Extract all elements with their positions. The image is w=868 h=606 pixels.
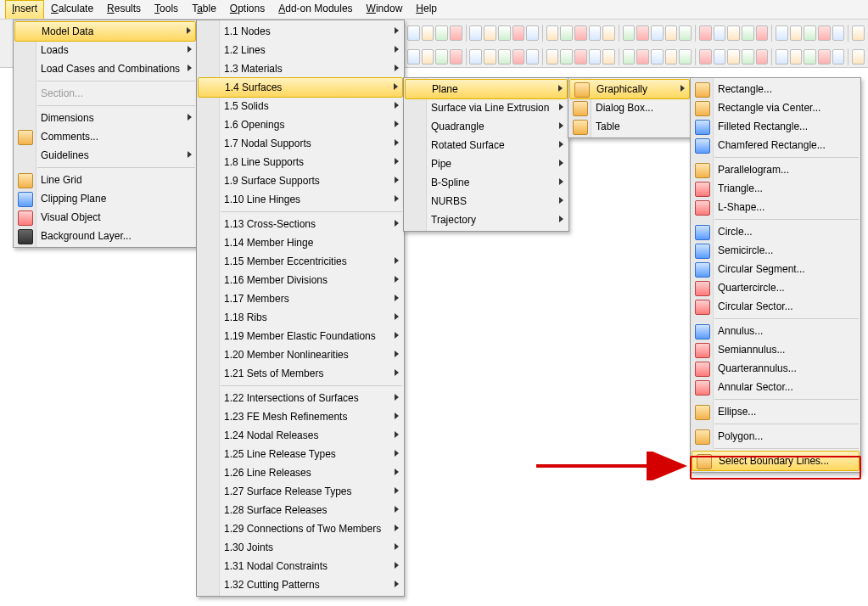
menu-item-rectangle-via-center[interactable]: Rectangle via Center...: [691, 98, 860, 117]
toolbar-button[interactable]: [484, 49, 496, 65]
menu-item-parallelogram[interactable]: Parallelogram...: [691, 160, 860, 179]
menu-item-1-32-cutting-patterns[interactable]: 1.32 Cutting Patterns: [197, 575, 404, 594]
toolbar-button[interactable]: [699, 25, 712, 41]
menu-item-circular-segment[interactable]: Circular Segment...: [691, 260, 860, 278]
menu-item-guidelines[interactable]: Guidelines: [14, 146, 197, 165]
toolbar-button[interactable]: [450, 49, 462, 65]
menu-item-1-28-surface-releases[interactable]: 1.28 Surface Releases: [197, 501, 404, 519]
toolbar-button[interactable]: [790, 49, 803, 65]
menu-item-1-22-intersections-of-surfaces[interactable]: 1.22 Intersections of Surfaces: [197, 389, 404, 407]
toolbar-button[interactable]: [679, 25, 692, 41]
menu-item-trajectory[interactable]: Trajectory: [404, 210, 568, 229]
menu-item-filleted-rectangle[interactable]: Filleted Rectangle...: [691, 117, 860, 136]
toolbar-button[interactable]: [651, 25, 664, 41]
menu-item-select-boundary-lines[interactable]: Select Boundary Lines...: [692, 451, 860, 471]
menu-item-annular-sector[interactable]: Annular Sector...: [691, 378, 860, 396]
toolbar-button[interactable]: [623, 49, 636, 65]
menu-item-visual-object[interactable]: Visual Object: [14, 208, 197, 227]
toolbar-button[interactable]: [602, 25, 615, 41]
menu-item-1-27-surface-release-types[interactable]: 1.27 Surface Release Types: [197, 482, 404, 501]
toolbar-button[interactable]: [574, 49, 587, 65]
menu-item-1-26-line-releases[interactable]: 1.26 Line Releases: [197, 463, 404, 482]
toolbar-button[interactable]: [435, 25, 448, 41]
toolbar-button[interactable]: [469, 49, 482, 65]
menu-item-1-10-line-hinges[interactable]: 1.10 Line Hinges: [197, 190, 404, 209]
toolbar-button[interactable]: [546, 25, 559, 41]
toolbar-button[interactable]: [422, 49, 434, 65]
menu-item-1-3-materials[interactable]: 1.3 Materials: [197, 59, 404, 78]
menu-item-1-24-nodal-releases[interactable]: 1.24 Nodal Releases: [197, 426, 404, 445]
menu-item-1-21-sets-of-members[interactable]: 1.21 Sets of Members: [197, 364, 404, 383]
toolbar-button[interactable]: [852, 49, 865, 65]
toolbar-button[interactable]: [714, 49, 726, 65]
toolbar-button[interactable]: [727, 25, 740, 41]
toolbar-button[interactable]: [484, 25, 496, 41]
menu-item-dimensions[interactable]: Dimensions: [14, 109, 197, 127]
toolbar-button[interactable]: [450, 25, 462, 41]
toolbar-button[interactable]: [512, 25, 525, 41]
menu-item-1-29-connections-of-two-members[interactable]: 1.29 Connections of Two Members: [197, 519, 404, 538]
menu-item-1-23-fe-mesh-refinements[interactable]: 1.23 FE Mesh Refinements: [197, 407, 404, 426]
menu-item-1-7-nodal-supports[interactable]: 1.7 Nodal Supports: [197, 134, 404, 153]
menu-item-polygon[interactable]: Polygon...: [691, 427, 860, 446]
menu-item-quarterannulus[interactable]: Quarterannulus...: [691, 359, 860, 378]
menu-item-1-19-member-elastic-foundations[interactable]: 1.19 Member Elastic Foundations: [197, 327, 404, 345]
menu-item-clipping-plane[interactable]: Clipping Plane: [14, 189, 197, 208]
menu-item-1-31-nodal-constraints[interactable]: 1.31 Nodal Constraints: [197, 557, 404, 575]
menu-item-plane[interactable]: Plane: [405, 79, 568, 99]
menubar-item-help[interactable]: Help: [409, 0, 444, 19]
toolbar-button[interactable]: [469, 25, 482, 41]
menu-item-b-spline[interactable]: B-Spline: [404, 173, 568, 192]
menu-item-rectangle[interactable]: Rectangle...: [691, 80, 860, 98]
menu-item-semicircle[interactable]: Semicircle...: [691, 241, 860, 260]
menu-item-1-6-openings[interactable]: 1.6 Openings: [197, 115, 404, 134]
toolbar-button[interactable]: [804, 49, 816, 65]
menu-item-loads[interactable]: Loads: [14, 41, 197, 59]
menu-item-semiannulus[interactable]: Semiannulus...: [691, 340, 860, 359]
toolbar-button[interactable]: [832, 25, 845, 41]
menu-item-1-4-surfaces[interactable]: 1.4 Surfaces: [198, 77, 403, 98]
toolbar-button[interactable]: [407, 25, 420, 41]
toolbar-button[interactable]: [742, 49, 754, 65]
toolbar-button[interactable]: [665, 25, 678, 41]
menubar-item-tools[interactable]: Tools: [148, 0, 185, 19]
menubar-item-insert[interactable]: Insert: [5, 0, 44, 19]
toolbar-button[interactable]: [756, 25, 769, 41]
menu-item-1-30-joints[interactable]: 1.30 Joints: [197, 538, 404, 557]
menu-item-rotated-surface[interactable]: Rotated Surface: [404, 136, 568, 154]
menu-item-1-9-surface-supports[interactable]: 1.9 Surface Supports: [197, 171, 404, 190]
toolbar-button[interactable]: [727, 49, 740, 65]
toolbar-button[interactable]: [602, 49, 615, 65]
menu-item-circle[interactable]: Circle...: [691, 222, 860, 241]
menu-item-model-data[interactable]: Model Data: [14, 21, 196, 42]
toolbar-button[interactable]: [756, 49, 769, 65]
toolbar-button[interactable]: [422, 25, 434, 41]
menu-item-table[interactable]: Table: [568, 117, 691, 136]
toolbar-button[interactable]: [636, 25, 649, 41]
menu-item-graphically[interactable]: Graphically: [569, 79, 690, 99]
menubar-item-calculate[interactable]: Calculate: [44, 0, 100, 19]
toolbar-button[interactable]: [560, 49, 573, 65]
menu-item-1-2-lines[interactable]: 1.2 Lines: [197, 41, 404, 59]
menu-item-surface-via-line-extrusion[interactable]: Surface via Line Extrusion: [404, 98, 568, 117]
menu-item-dialog-box[interactable]: Dialog Box...: [568, 98, 691, 117]
menu-item-chamfered-rectangle[interactable]: Chamfered Rectangle...: [691, 136, 860, 154]
menu-item-1-14-member-hinge[interactable]: 1.14 Member Hinge: [197, 233, 404, 252]
menu-item-l-shape[interactable]: L-Shape...: [691, 198, 860, 216]
toolbar-button[interactable]: [498, 49, 511, 65]
toolbar-button[interactable]: [818, 25, 831, 41]
menu-item-ellipse[interactable]: Ellipse...: [691, 402, 860, 421]
toolbar-button[interactable]: [636, 49, 649, 65]
menu-item-annulus[interactable]: Annulus...: [691, 322, 860, 340]
toolbar-button[interactable]: [776, 49, 788, 65]
menu-item-1-17-members[interactable]: 1.17 Members: [197, 289, 404, 308]
menu-item-nurbs[interactable]: NURBS: [404, 192, 568, 210]
toolbar-button[interactable]: [804, 25, 816, 41]
toolbar-button[interactable]: [560, 25, 573, 41]
menubar-item-addonmodules[interactable]: Add-on Modules: [272, 0, 359, 19]
menubar-item-table[interactable]: Table: [185, 0, 223, 19]
menu-item-1-5-solids[interactable]: 1.5 Solids: [197, 97, 404, 115]
menu-item-triangle[interactable]: Triangle...: [691, 179, 860, 198]
menu-item-background-layer[interactable]: Background Layer...: [14, 227, 197, 245]
toolbar-button[interactable]: [589, 49, 602, 65]
